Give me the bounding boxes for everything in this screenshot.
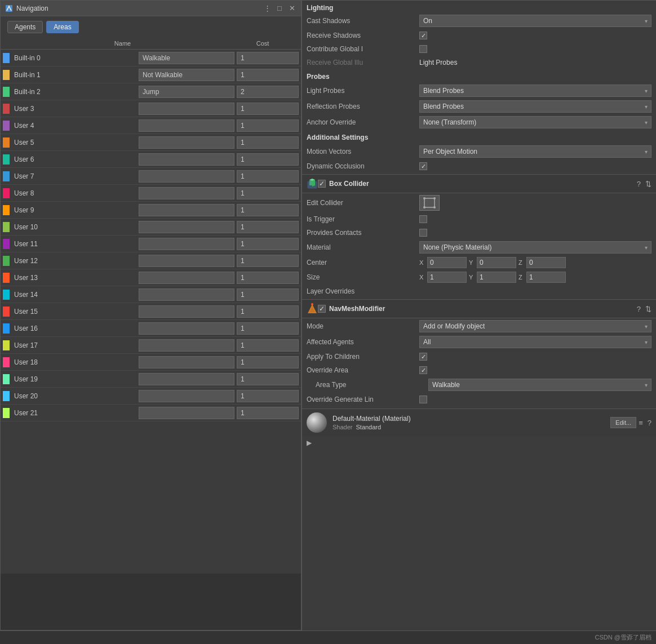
area-name-input[interactable] [139,356,234,368]
area-name-input[interactable] [139,52,234,64]
area-name-input[interactable] [139,288,234,301]
area-cost-input[interactable] [237,103,299,115]
area-cost-input[interactable] [237,255,299,267]
expand-icon[interactable]: ▶ [307,439,312,447]
center-z-input[interactable] [526,257,566,268]
tab-agents[interactable]: Agents [7,21,43,33]
area-name-input[interactable] [139,272,234,284]
area-cost-input[interactable] [237,356,299,368]
contribute-global-checkbox[interactable] [419,45,427,53]
light-probes-value[interactable]: Blend Probes ▾ [419,85,651,97]
box-collider-settings-icon[interactable]: ⇅ [645,180,651,188]
area-cost-input[interactable] [237,305,299,318]
area-cost-input[interactable] [237,52,299,64]
navmesh-help-icon[interactable]: ? [637,305,641,313]
area-name-input[interactable] [139,390,234,402]
box-collider-header: ✓ Box Collider ? ⇅ [302,174,656,193]
is-trigger-label: Is Trigger [307,215,419,223]
area-name-input[interactable] [139,238,234,250]
cast-shadows-value[interactable]: On ▾ [419,15,651,27]
size-y-axis: Y [469,274,476,281]
area-name-input[interactable] [139,86,234,98]
area-cost-input[interactable] [237,288,299,301]
area-name-input[interactable] [139,322,234,335]
area-name-input[interactable] [139,69,234,81]
override-area-checkbox[interactable] [419,366,427,374]
material-help-icon[interactable]: ? [648,419,651,427]
navmesh-enable-checkbox[interactable]: ✓ [318,305,326,313]
apply-to-children-checkbox[interactable] [419,353,427,361]
material-menu-icon[interactable]: ≡ [639,419,643,427]
area-cost-input[interactable] [237,204,299,216]
area-name-input[interactable] [139,136,234,149]
nav-maximize-icon[interactable]: □ [275,4,284,13]
center-x-input[interactable] [427,257,467,268]
area-type-value[interactable]: Walkable ▾ [428,379,651,391]
mode-value[interactable]: Add or Modify object ▾ [419,320,651,332]
dynamic-occlusion-checkbox[interactable] [419,162,427,170]
area-cost-input[interactable] [237,153,299,166]
area-cost-input[interactable] [237,407,299,419]
area-cost-input[interactable] [237,322,299,335]
anchor-override-value[interactable]: None (Transform) ▾ [419,116,651,128]
area-name-input[interactable] [139,255,234,267]
box-collider-enable-checkbox[interactable]: ✓ [318,180,326,188]
area-name-input[interactable] [139,221,234,233]
area-name-input[interactable] [139,407,234,419]
motion-vectors-value[interactable]: Per Object Motion ▾ [419,145,651,158]
area-row-label: User 8 [13,189,139,197]
mode-row: Mode Add or Modify object ▾ [302,318,656,334]
area-cost-input[interactable] [237,339,299,352]
area-name-input[interactable] [139,339,234,352]
area-row-label: User 10 [13,223,139,231]
additional-settings-header: Additional Settings [302,130,656,144]
area-cost-input[interactable] [237,272,299,284]
edit-collider-button[interactable] [419,195,440,211]
size-x-input[interactable] [427,272,467,283]
size-z-input[interactable] [526,272,566,283]
receive-shadows-checkbox[interactable] [419,32,427,39]
edit-material-button[interactable]: Edit... [610,417,636,428]
area-cost-input[interactable] [237,390,299,402]
area-cost-input[interactable] [237,238,299,250]
override-generate-label: Override Generate Lin [307,396,419,403]
area-name-input[interactable] [139,305,234,318]
area-name-input[interactable] [139,187,234,199]
area-row-label: User 16 [13,325,139,332]
material-section-name: Default-Material (Material) [333,415,610,423]
col-cost-header: Cost [229,40,296,47]
nav-close-icon[interactable]: ✕ [287,4,296,13]
area-name-input[interactable] [139,373,234,385]
probes-header: Probes [302,69,656,83]
area-color-swatch [3,391,10,401]
area-cost-input[interactable] [237,69,299,81]
area-cost-input[interactable] [237,170,299,183]
area-cost-input[interactable] [237,136,299,149]
navmesh-settings-icon[interactable]: ⇅ [645,305,651,313]
center-y-input[interactable] [477,257,516,268]
nav-menu-icon[interactable]: ⋮ [263,4,272,13]
area-name-input[interactable] [139,153,234,166]
area-color-swatch [3,290,10,300]
area-cost-input[interactable] [237,373,299,385]
area-name-input[interactable] [139,119,234,132]
affected-agents-value[interactable]: All ▾ [419,336,651,348]
area-name-input[interactable] [139,204,234,216]
area-cost-input[interactable] [237,119,299,132]
area-cost-input[interactable] [237,221,299,233]
area-cost-input[interactable] [237,86,299,98]
reflection-probes-value[interactable]: Blend Probes ▾ [419,100,651,113]
mode-label: Mode [307,322,419,330]
area-name-input[interactable] [139,103,234,115]
size-y-input[interactable] [477,272,516,283]
area-name-input[interactable] [139,170,234,183]
shader-value: Standard [356,424,381,430]
tab-areas[interactable]: Areas [46,21,78,33]
box-collider-help-icon[interactable]: ? [637,180,641,188]
area-cost-input[interactable] [237,187,299,199]
provides-contacts-checkbox[interactable] [419,229,427,237]
override-generate-checkbox[interactable] [419,396,427,403]
material-value[interactable]: None (Physic Material) ▾ [419,241,651,254]
is-trigger-checkbox[interactable] [419,215,427,223]
area-row-label: User 18 [13,358,139,366]
